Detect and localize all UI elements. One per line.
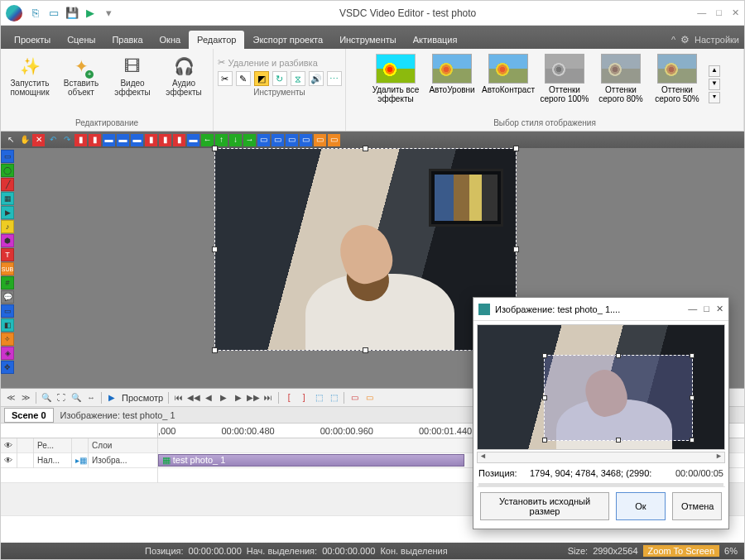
st-line-icon[interactable]: ╱ xyxy=(1,178,14,191)
resize-handle-tr[interactable] xyxy=(513,146,519,151)
st-sub-icon[interactable]: SUB xyxy=(1,262,14,275)
tb-layer-5-icon[interactable]: ▭ xyxy=(314,134,326,146)
tb-layer-2-icon[interactable]: ▭ xyxy=(272,134,284,146)
st-shape-icon[interactable]: ◯ xyxy=(1,164,14,177)
style-auto-contrast[interactable]: АвтоКонтраст xyxy=(482,52,535,117)
dialog-preview[interactable] xyxy=(477,324,725,450)
crop-handle-tl[interactable] xyxy=(542,353,547,358)
crop-handle-b[interactable] xyxy=(616,438,621,443)
tl-step-fwd-icon[interactable]: ▶▶ xyxy=(247,391,260,404)
maximize-button[interactable]: □ xyxy=(716,7,722,18)
tb-align-h2-icon[interactable]: ▬ xyxy=(117,134,129,146)
insert-object-button[interactable]: ✦+ Вставить объект xyxy=(57,52,105,117)
resize-handle-bl[interactable] xyxy=(212,347,218,353)
st-text-icon[interactable]: T xyxy=(1,248,14,261)
qat-open-icon[interactable]: ▭ xyxy=(47,7,60,20)
tb-arrow-right-icon[interactable]: → xyxy=(243,134,256,146)
tb-align-left-icon[interactable]: ▮ xyxy=(74,134,87,146)
tl-marker4-icon[interactable]: ⬚ xyxy=(327,391,340,404)
timeline-clip[interactable]: ▦ test photo_ 1 xyxy=(158,454,464,467)
tool-crop-icon[interactable]: ◩ xyxy=(254,71,269,86)
dialog-maximize-button[interactable]: □ xyxy=(704,304,709,314)
resize-handle-l[interactable] xyxy=(212,246,218,252)
tb-align-v3-icon[interactable]: ▮ xyxy=(173,134,185,146)
qat-dropdown-icon[interactable]: ▾ xyxy=(102,7,115,20)
tb-arrow-left-icon[interactable]: ← xyxy=(201,134,214,146)
tool-more-icon[interactable]: ⋯ xyxy=(327,71,342,86)
tb-cursor-icon[interactable]: ↖ xyxy=(4,134,17,146)
tb-dist-h-icon[interactable]: ▬ xyxy=(187,134,199,146)
tl-zoom-out-icon[interactable]: 🔍 xyxy=(40,391,53,404)
tool-cut-icon[interactable]: ✂ xyxy=(218,71,233,86)
tab-tools[interactable]: Инструменты xyxy=(331,31,405,49)
audio-effects-button[interactable]: 🎧 Аудио эффекты xyxy=(160,52,208,117)
st-rect-icon[interactable]: ▭ xyxy=(1,150,14,163)
st-image-icon[interactable]: ▦ xyxy=(1,192,14,205)
tb-layer-4-icon[interactable]: ▭ xyxy=(300,134,312,146)
style-auto-levels[interactable]: АвтоУровни xyxy=(425,52,478,117)
tool-volume-icon[interactable]: 🔊 xyxy=(309,71,324,86)
st-animation-icon[interactable]: ✧ xyxy=(1,333,14,346)
tl-marker3-icon[interactable]: ⬚ xyxy=(312,391,325,404)
tl-marker1-icon[interactable]: [ xyxy=(282,391,296,404)
dialog-close-button[interactable]: ✕ xyxy=(716,304,723,314)
st-counter-icon[interactable]: # xyxy=(1,276,14,290)
tl-goto-start-icon[interactable]: ⏮ xyxy=(172,391,185,404)
close-button[interactable]: ✕ xyxy=(732,7,739,18)
tb-delete-icon[interactable]: ✕ xyxy=(32,134,45,146)
tl-prev-frame-icon[interactable]: ◀ xyxy=(202,391,215,404)
style-grayscale-50[interactable]: Оттенки серого 50% xyxy=(651,52,704,117)
st-3d-icon[interactable]: ◈ xyxy=(1,347,14,360)
tab-export[interactable]: Экспорт проекта xyxy=(244,31,331,49)
tl-layer1-icon[interactable]: ▭ xyxy=(348,391,361,404)
zoom-to-screen-button[interactable]: Zoom To Screen xyxy=(643,545,720,557)
tab-edit[interactable]: Правка xyxy=(103,31,151,49)
tl-play-icon[interactable]: ▶ xyxy=(105,391,118,404)
ok-button[interactable]: Ок xyxy=(616,492,666,520)
tool-speed-icon[interactable]: ⧖ xyxy=(291,71,305,86)
collapse-ribbon-icon[interactable]: ^ xyxy=(671,35,675,45)
tab-activation[interactable]: Активация xyxy=(405,31,466,49)
tool-rotate-icon[interactable]: ↻ xyxy=(272,71,287,86)
resize-handle-r[interactable] xyxy=(513,246,519,252)
tl-marker2-icon[interactable]: ] xyxy=(297,391,310,404)
canvas-object[interactable] xyxy=(214,148,517,351)
crop-handle-l[interactable] xyxy=(542,395,547,400)
tb-undo-icon[interactable]: ↶ xyxy=(46,134,59,146)
tb-align-h3-icon[interactable]: ▬ xyxy=(131,134,143,146)
tb-hand-icon[interactable]: ✋ xyxy=(18,134,31,146)
tl-zoom-fit-icon[interactable]: ⛶ xyxy=(55,391,68,404)
tab-scenes[interactable]: Сцены xyxy=(59,31,103,49)
crop-handle-bl[interactable] xyxy=(542,438,547,443)
tool-marker-icon[interactable]: ✎ xyxy=(236,71,251,86)
launch-assistant-button[interactable]: ✨ Запустить помощник xyxy=(6,52,54,117)
style-more-icon[interactable]: ▾ xyxy=(709,92,720,103)
tl-fit-icon[interactable]: ↔ xyxy=(84,391,98,404)
tl-goto-end-icon[interactable]: ⏭ xyxy=(262,391,275,404)
st-button-icon[interactable]: ▭ xyxy=(1,304,14,318)
tl-step-back-icon[interactable]: ◀◀ xyxy=(187,391,200,404)
tb-layer-3-icon[interactable]: ▭ xyxy=(286,134,298,146)
qat-new-icon[interactable]: ⎘ xyxy=(29,7,42,20)
gear-icon[interactable]: ⚙ xyxy=(680,34,690,45)
crop-handle-tr[interactable] xyxy=(690,353,695,358)
tb-layer-1-icon[interactable]: ▭ xyxy=(257,134,270,146)
st-video-icon[interactable]: ▶ xyxy=(1,206,14,219)
style-scroll-down-icon[interactable]: ▼ xyxy=(709,79,720,90)
dialog-minimize-button[interactable]: — xyxy=(688,304,697,314)
tb-layer-6-icon[interactable]: ▭ xyxy=(328,134,340,146)
video-effects-button[interactable]: 🎞 Видео эффекты xyxy=(108,52,156,117)
style-grayscale-100[interactable]: Оттенки серого 100% xyxy=(538,52,591,117)
reset-size-button[interactable]: Установить исходный размер xyxy=(480,492,609,520)
st-gradient-icon[interactable]: ◧ xyxy=(1,318,14,332)
style-scroll-up-icon[interactable]: ▲ xyxy=(709,65,720,77)
tab-windows[interactable]: Окна xyxy=(151,31,190,49)
st-audio-icon[interactable]: ♪ xyxy=(1,220,14,233)
tb-arrow-down-icon[interactable]: ↓ xyxy=(229,134,242,146)
scene-tab[interactable]: Scene 0 xyxy=(4,408,54,423)
crop-handle-r[interactable] xyxy=(690,395,695,400)
resize-handle-tl[interactable] xyxy=(212,146,218,151)
crop-selection[interactable] xyxy=(544,355,693,441)
resize-handle-t[interactable] xyxy=(363,146,368,151)
tb-redo-icon[interactable]: ↷ xyxy=(60,134,73,146)
